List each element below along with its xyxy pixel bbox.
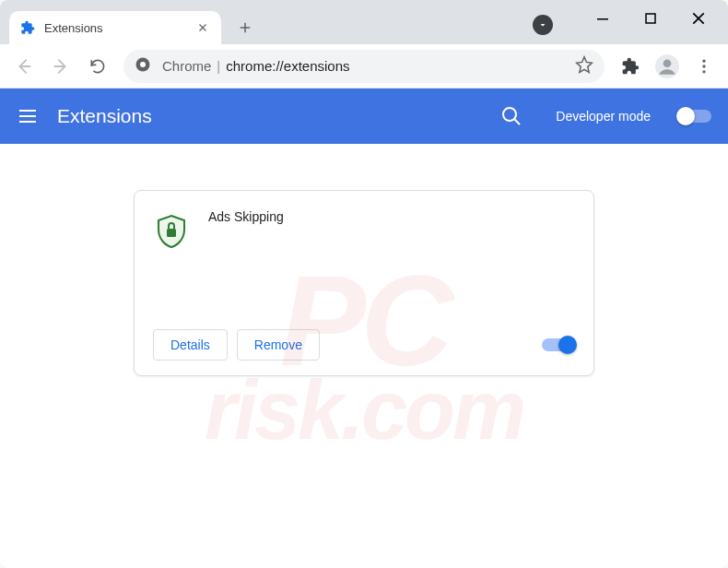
svg-rect-10 [167, 229, 176, 237]
extension-card-top: Ads Skipping [153, 209, 575, 320]
svg-point-3 [140, 62, 146, 67]
extension-name: Ads Skipping [208, 209, 284, 320]
details-button[interactable]: Details [153, 329, 228, 361]
browser-tab[interactable]: Extensions [9, 11, 221, 44]
reload-button[interactable] [81, 50, 114, 83]
maximize-button[interactable] [641, 9, 660, 28]
browser-toolbar: Chrome | chrome://extensions [0, 44, 728, 89]
new-tab-button[interactable] [232, 15, 258, 41]
svg-point-6 [702, 59, 705, 62]
back-button[interactable] [7, 50, 41, 83]
svg-point-7 [702, 65, 705, 67]
url-separator: | [217, 58, 220, 74]
profile-avatar-icon[interactable] [651, 50, 684, 83]
chrome-logo-icon [135, 56, 151, 77]
window-controls [593, 0, 728, 37]
extension-puzzle-icon [20, 20, 35, 35]
extension-card-actions: Details Remove [153, 329, 575, 361]
shield-lock-icon [153, 213, 190, 250]
developer-mode-toggle[interactable] [678, 110, 711, 123]
minimize-button[interactable] [593, 9, 612, 28]
close-window-button[interactable] [689, 9, 708, 28]
extension-enable-toggle[interactable] [542, 338, 575, 351]
developer-mode-label: Developer mode [556, 109, 651, 124]
extensions-button[interactable] [614, 50, 647, 83]
page-title: Extensions [57, 105, 482, 127]
svg-rect-1 [646, 14, 655, 23]
extension-card: Ads Skipping Details Remove [134, 190, 594, 376]
forward-button[interactable] [44, 50, 77, 83]
menu-button[interactable] [687, 50, 721, 83]
address-bar[interactable]: Chrome | chrome://extensions [123, 50, 605, 83]
hamburger-menu-icon[interactable] [17, 105, 39, 127]
close-tab-button[interactable] [195, 20, 210, 35]
titlebar: Extensions [0, 0, 728, 44]
media-indicator-icon[interactable] [533, 15, 553, 35]
tab-title: Extensions [44, 21, 186, 35]
remove-button[interactable]: Remove [237, 329, 320, 361]
svg-point-8 [702, 70, 705, 73]
watermark-line2: risk.com [205, 375, 523, 446]
url-prefix: Chrome [162, 58, 211, 74]
svg-point-5 [663, 59, 672, 67]
search-icon[interactable] [500, 105, 523, 127]
svg-point-9 [503, 108, 516, 121]
toggle-thumb [676, 107, 695, 125]
toggle-thumb [558, 336, 577, 354]
extensions-header: Extensions Developer mode [0, 89, 728, 144]
bookmark-star-icon[interactable] [575, 55, 593, 77]
content-area: PC risk.com Ads Skipping Details Remove [0, 144, 728, 568]
browser-window: Extensions [0, 0, 728, 568]
svg-rect-0 [597, 18, 608, 20]
url-path: chrome://extensions [226, 58, 349, 74]
url-text: Chrome | chrome://extensions [162, 58, 350, 74]
